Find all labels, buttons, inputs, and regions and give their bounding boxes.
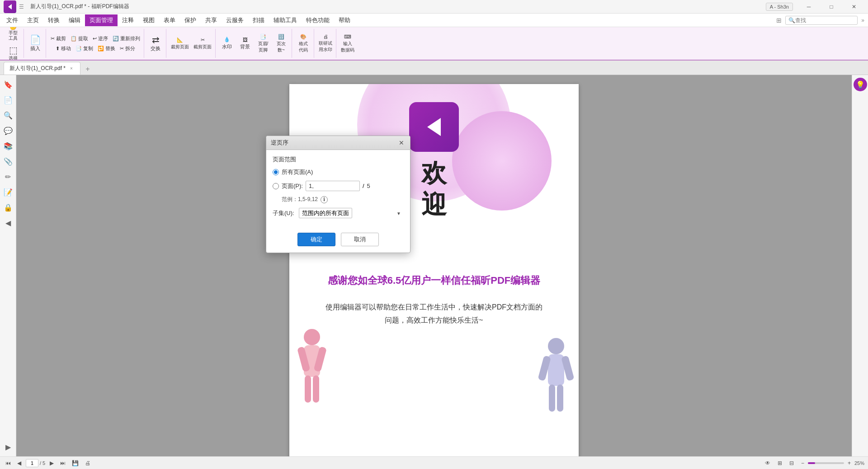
menu-help[interactable]: 帮助: [334, 14, 355, 26]
watermark-group: 💧 水印 🖼 背景 📑 页眉/页脚 🔢 页次数~: [217, 29, 292, 58]
menu-feature[interactable]: 特色功能: [302, 14, 334, 26]
menu-convert[interactable]: 转换: [43, 14, 64, 26]
sidebar-page-icon[interactable]: 📄: [1, 93, 15, 107]
maximize-button[interactable]: □: [821, 0, 842, 14]
zoom-out-button[interactable]: −: [799, 459, 806, 467]
move-button[interactable]: ⬆ 移动: [54, 44, 73, 53]
tab-pdf[interactable]: 新人引导(1)_OCR.pdf * ×: [4, 62, 80, 75]
expand-sidebar-button[interactable]: »: [859, 17, 866, 23]
crop-label: 裁剪: [56, 35, 66, 42]
page-ops-row1: ✂ 裁剪 📋 提取 ↩ 逆序 🔄 重新排列: [49, 34, 142, 43]
layout-icon[interactable]: ⊞: [774, 17, 783, 24]
crop-button[interactable]: ✂ 裁剪: [49, 34, 68, 43]
swap-button[interactable]: ⇄ 交换: [147, 31, 164, 56]
cut-page-button[interactable]: ✂ 截剪页面: [192, 36, 213, 51]
info-icon[interactable]: ℹ: [321, 196, 328, 203]
input-data-button[interactable]: ⌨ 输入数据码: [339, 33, 356, 54]
trim-page-icon: 📐: [177, 37, 183, 43]
print-button[interactable]: 🖨: [83, 459, 92, 467]
page-num-button[interactable]: 🔢 页次数~: [273, 33, 290, 54]
menu-protect[interactable]: 保护: [180, 14, 201, 26]
copy-label: 复制: [83, 45, 93, 52]
menu-file[interactable]: 文件: [2, 14, 23, 26]
sidebar-attachment-icon[interactable]: 📎: [1, 155, 15, 168]
sidebar-nav-icon[interactable]: ◀: [1, 216, 15, 230]
sidebar-signature-icon[interactable]: ✏: [1, 170, 15, 183]
menu-page-manage[interactable]: 页面管理: [85, 14, 118, 26]
menu-share[interactable]: 共享: [201, 14, 222, 26]
header-footer-button[interactable]: 📑 页眉/页脚: [255, 33, 272, 54]
split-button[interactable]: ✂ 拆分: [118, 44, 137, 53]
page-ops-row2: ⬆ 移动 📑 复制 🔁 替换 ✂ 拆分: [54, 44, 137, 53]
pdf-thank-text: 感谢您如全球6.5亿用户一样信任福昕PDF编辑器: [328, 274, 541, 287]
add-tab-button[interactable]: +: [82, 64, 93, 75]
view-single-button[interactable]: 👁: [763, 459, 772, 467]
next-page-button[interactable]: ▶: [48, 459, 56, 467]
zoom-control: − + 25%: [799, 459, 864, 467]
sidebar-security-icon[interactable]: 🔒: [1, 201, 15, 214]
format-code-group: 🎨 格式代码: [293, 29, 314, 58]
menu-scan[interactable]: 扫描: [248, 14, 269, 26]
swap-label: 交换: [151, 45, 160, 52]
svg-rect-11: [557, 385, 563, 412]
format-code-button[interactable]: 🎨 格式代码: [295, 33, 312, 54]
page-input[interactable]: [26, 459, 38, 467]
hand-tool-button[interactable]: 🖐 手型工具: [5, 27, 22, 43]
menu-icon[interactable]: ☰: [19, 4, 24, 10]
close-button[interactable]: ✕: [844, 0, 864, 14]
menu-assist[interactable]: 辅助工具: [269, 14, 302, 26]
extract-button[interactable]: 📋 提取: [69, 34, 90, 43]
search-box[interactable]: 🔍: [785, 16, 858, 25]
tab-close-button[interactable]: ×: [68, 66, 75, 72]
menu-comment[interactable]: 注释: [118, 14, 138, 26]
reorder-icon: 🔄: [113, 36, 119, 42]
trial-watermark-button[interactable]: 🖨 联研试用水印: [317, 33, 334, 54]
zoom-slider[interactable]: [808, 462, 844, 464]
confirm-button[interactable]: 确定: [297, 233, 335, 246]
menu-cloud[interactable]: 云服务: [222, 14, 248, 26]
minimize-button[interactable]: ─: [798, 0, 819, 14]
custom-pages-radio[interactable]: [273, 183, 279, 189]
insert-button[interactable]: 📄 插入: [27, 31, 44, 56]
select-tool-button[interactable]: ⬚ 选择工具: [5, 44, 22, 61]
search-input[interactable]: [795, 17, 854, 23]
watermark-button[interactable]: 💧 水印: [218, 33, 236, 54]
view-double-button[interactable]: ⊞: [776, 459, 784, 467]
reverse-page-dialog: 逆页序 ✕ 页面范围 所有页面(A) 页面(P): / 5 范例：1,5-9,1…: [266, 136, 410, 253]
sidebar-expand-icon[interactable]: ▶: [1, 440, 15, 454]
trim-page-button[interactable]: 📐 裁剪页面: [169, 36, 191, 51]
first-page-button[interactable]: ⏮: [4, 459, 13, 467]
all-pages-label[interactable]: 所有页面(A): [282, 168, 313, 176]
reverse-button[interactable]: ↩ 逆序: [91, 34, 110, 43]
replace-button[interactable]: 🔁 替换: [96, 44, 117, 53]
pdf-desc: 使用编辑器可以帮助您在日常工作生活中，快速解决PDF文档方面的问题，高效工作方能…: [326, 301, 542, 327]
last-page-button[interactable]: ⏭: [58, 459, 67, 467]
prev-page-button[interactable]: ◀: [15, 459, 23, 467]
sidebar-bookmark-icon[interactable]: 🔖: [1, 78, 15, 91]
left-sidebar: 🔖 📄 🔍 💬 📚 📎 ✏ 📝 🔒 ◀ ▶: [0, 75, 16, 456]
content-area[interactable]: 欢 迎: [16, 75, 852, 456]
background-button[interactable]: 🖼 背景: [236, 33, 254, 54]
view-grid-button[interactable]: ⊟: [788, 459, 796, 467]
cancel-button[interactable]: 取消: [341, 233, 379, 246]
smart-icon[interactable]: 💡: [854, 78, 867, 91]
dialog-close-button[interactable]: ✕: [397, 139, 406, 147]
copy-button[interactable]: 📑 复制: [74, 44, 95, 53]
subset-select[interactable]: 范围内的所有页面 奇数页面 偶数页面: [299, 208, 352, 218]
insert-icon: 📄: [30, 35, 41, 44]
save-page-button[interactable]: 💾: [70, 459, 80, 467]
sidebar-search-icon[interactable]: 🔍: [1, 108, 15, 122]
zoom-in-button[interactable]: +: [846, 459, 853, 467]
menu-form[interactable]: 表单: [159, 14, 180, 26]
menu-view[interactable]: 视图: [138, 14, 159, 26]
menu-home[interactable]: 主页: [23, 14, 43, 26]
zoom-slider-fill: [808, 462, 815, 464]
sidebar-comment-icon[interactable]: 💬: [1, 124, 15, 137]
menu-edit[interactable]: 编辑: [64, 14, 85, 26]
page-range-input[interactable]: [306, 181, 360, 191]
sidebar-layers-icon[interactable]: 📚: [1, 139, 15, 153]
all-pages-radio[interactable]: [273, 169, 279, 175]
sidebar-form-icon[interactable]: 📝: [1, 185, 15, 199]
reorder-button[interactable]: 🔄 重新排列: [111, 34, 142, 43]
custom-pages-label[interactable]: 页面(P):: [282, 182, 303, 190]
